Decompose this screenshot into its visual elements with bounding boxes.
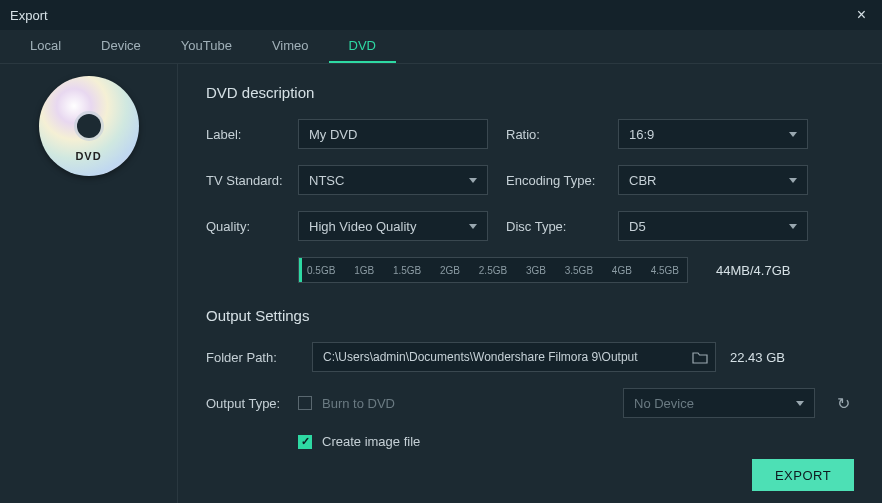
main-panel: DVD description Label: Ratio: 16:9 TV St… [178,64,882,503]
enc-value: CBR [629,173,656,188]
folder-path-value: C:\Users\admin\Documents\Wondershare Fil… [313,350,685,364]
tab-local[interactable]: Local [10,30,81,63]
device-select[interactable]: No Device [623,388,815,418]
burn-to-dvd-checkbox[interactable] [298,396,312,410]
enc-lbl: Encoding Type: [506,173,618,188]
tvstd-lbl: TV Standard: [206,173,298,188]
tvstd-value: NTSC [309,173,344,188]
gauge-ticks: 0.5GB 1GB 1.5GB 2GB 2.5GB 3GB 3.5GB 4GB … [299,258,687,282]
chevron-down-icon [789,178,797,183]
chevron-down-icon [789,224,797,229]
tabs: Local Device YouTube Vimeo DVD [0,30,882,64]
refresh-icon[interactable]: ↻ [833,390,854,417]
ratio-select[interactable]: 16:9 [618,119,808,149]
folder-path-lbl: Folder Path: [206,350,298,365]
chevron-down-icon [796,401,804,406]
disctype-select[interactable]: D5 [618,211,808,241]
export-button[interactable]: EXPORT [752,459,854,491]
close-icon[interactable]: × [851,6,872,24]
free-space-text: 22.43 GB [730,350,785,365]
folder-path-input[interactable]: C:\Users\admin\Documents\Wondershare Fil… [312,342,716,372]
chevron-down-icon [789,132,797,137]
quality-value: High Video Quality [309,219,416,234]
sidebar: DVD [0,64,178,503]
ratio-lbl: Ratio: [506,127,618,142]
chevron-down-icon [469,178,477,183]
label-lbl: Label: [206,127,298,142]
label-input[interactable] [298,119,488,149]
ratio-value: 16:9 [629,127,654,142]
size-gauge: 0.5GB 1GB 1.5GB 2GB 2.5GB 3GB 3.5GB 4GB … [298,257,688,283]
dvd-description-heading: DVD description [206,84,854,101]
quality-lbl: Quality: [206,219,298,234]
create-image-checkbox[interactable] [298,435,312,449]
disctype-lbl: Disc Type: [506,219,618,234]
device-value: No Device [634,396,694,411]
quality-select[interactable]: High Video Quality [298,211,488,241]
output-type-lbl: Output Type: [206,396,298,411]
titlebar: Export × [0,0,882,30]
dvd-disc-icon: DVD [39,76,139,176]
chevron-down-icon [469,224,477,229]
disctype-value: D5 [629,219,646,234]
dvd-disc-label: DVD [75,150,101,162]
window-title: Export [10,8,48,23]
output-settings-heading: Output Settings [206,307,854,324]
tab-youtube[interactable]: YouTube [161,30,252,63]
folder-icon[interactable] [685,350,715,364]
size-text: 44MB/4.7GB [716,263,790,278]
content: DVD DVD description Label: Ratio: 16:9 T… [0,64,882,503]
tab-device[interactable]: Device [81,30,161,63]
create-image-label: Create image file [322,434,420,449]
tab-vimeo[interactable]: Vimeo [252,30,329,63]
enc-select[interactable]: CBR [618,165,808,195]
tab-dvd[interactable]: DVD [329,30,396,63]
burn-to-dvd-label: Burn to DVD [322,396,395,411]
tvstd-select[interactable]: NTSC [298,165,488,195]
